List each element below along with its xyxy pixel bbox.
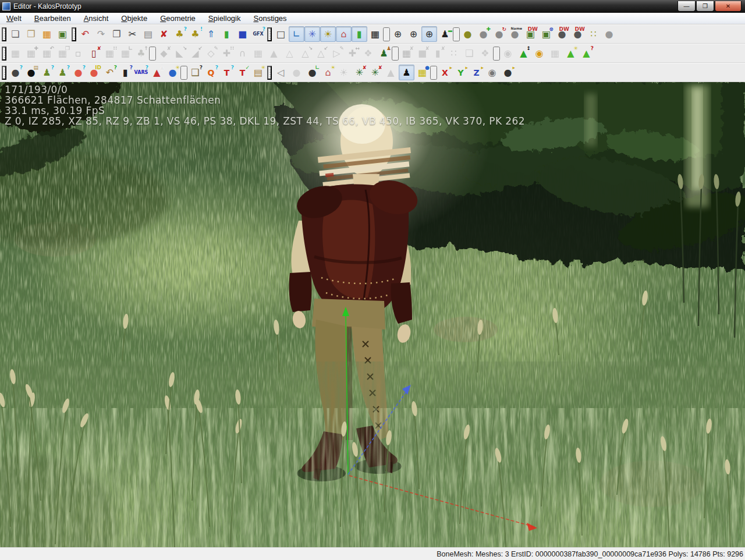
toolbar-button-walk-mode[interactable]: ♟ (399, 65, 414, 80)
toolbar-button-spread-arrows[interactable]: ✚↔ (345, 45, 360, 61)
toolbar-button-terrain-star[interactable]: ▲✳ (563, 45, 579, 61)
toolbar-button-load-entity-dw[interactable]: ●DW (554, 26, 570, 42)
close-button[interactable]: ✕ (715, 1, 742, 12)
minimize-button[interactable]: — (677, 1, 696, 12)
toolbar-button-raise-object[interactable]: ⇑ (203, 26, 219, 42)
toolbar-button-point-pairs[interactable]: ∷ (446, 45, 462, 61)
toolbar-button-player-start[interactable]: ♟▂ (437, 26, 453, 42)
toolbar-grip[interactable] (2, 27, 6, 41)
toolbar-button-star-shadow[interactable]: ☀ (336, 65, 352, 80)
toolbar-button-npc-question-b[interactable]: ♟? (55, 65, 70, 80)
toolbar-button-cut[interactable]: ✂ (125, 26, 140, 42)
toolbar-button-stamp-grid[interactable]: ▦ (547, 45, 563, 61)
toolbar-button-terrain-raise-lower[interactable]: ▲↕ (516, 45, 531, 61)
toolbar-button-show-houses[interactable]: ⌂ (336, 26, 352, 42)
toolbar-button-arch-tool[interactable]: ∩ (235, 45, 250, 61)
toolbar-button-face-delete[interactable]: ◆✘ (156, 45, 172, 61)
toolbar-button-sack-tool[interactable]: ❑ (462, 45, 477, 61)
toolbar-button-open-folder[interactable]: ❐ (23, 26, 39, 42)
toolbar-button-new-file[interactable]: ❏ (8, 26, 23, 42)
toolbar-button-show-grid[interactable]: ▦ (367, 26, 383, 42)
toolbar-button-face-outline[interactable]: ◇✎ (203, 45, 219, 61)
menu-item-sonstiges[interactable]: Sonstiges (247, 13, 293, 24)
toolbar-button-vars-question[interactable]: VARS? (133, 65, 149, 80)
toolbar-grip[interactable] (72, 27, 76, 41)
toolbar-button-face-shrink[interactable]: ◣↘ (172, 45, 187, 61)
toolbar-button-minimap[interactable]: ▦● (414, 65, 430, 80)
toolbar-button-tree-question[interactable]: ♣? (172, 26, 187, 42)
toolbar-button-copy[interactable]: ❐ (109, 26, 125, 42)
toolbar-button-face-move[interactable]: ✚∷ (219, 45, 235, 61)
toolbar-button-gfx-settings[interactable]: GFX? (250, 26, 266, 42)
toolbar-button-focus-camera[interactable]: ⊕ (421, 26, 437, 42)
toolbar-button-quest-tool[interactable]: Q? (203, 65, 219, 80)
toolbar-button-entity-name[interactable]: ●Name (507, 26, 523, 42)
toolbar-button-text-check[interactable]: T✓ (235, 65, 250, 80)
toolbar-button-checker-sphere[interactable]: ◉ (484, 65, 500, 80)
toolbar-button-show-lights[interactable]: ✳ (304, 26, 320, 42)
toolbar-button-journal[interactable]: ▤✳ (250, 65, 266, 80)
restore-button[interactable]: ❐ (696, 1, 714, 12)
toolbar-button-patch-select[interactable]: ▦ (8, 45, 23, 61)
toolbar-button-beacon-markers[interactable]: ▲▲ (149, 65, 165, 80)
toolbar-button-tri-split-a[interactable]: △↘ (297, 45, 313, 61)
toolbar-button-cone-edit[interactable]: ▷✎ (329, 45, 345, 61)
toolbar-button-balloon-question[interactable]: ●? (70, 65, 86, 80)
menu-item-welt[interactable]: Welt (0, 13, 28, 24)
toolbar-grip[interactable] (2, 66, 6, 80)
toolbar-button-focus-world[interactable]: ⊕ (390, 26, 406, 42)
menu-item-bearbeiten[interactable]: Bearbeiten (28, 13, 77, 24)
toolbar-button-npc-question-a[interactable]: ♟? (39, 65, 55, 80)
toolbar-button-show-axes[interactable]: ∟ (289, 26, 304, 42)
toolbar-button-camera-axis-x[interactable]: X▸ (437, 65, 453, 80)
toolbar-button-balloon-id[interactable]: ●ID (86, 65, 102, 80)
toolbar-button-undo[interactable]: ↶ (77, 26, 93, 42)
toolbar-grip[interactable] (267, 27, 272, 41)
toolbar-button-entity-photo[interactable]: ●▤ (23, 65, 39, 80)
menu-item-spiellogik[interactable]: Spiellogik (202, 13, 247, 24)
toolbar-button-reload-entity-dw[interactable]: ●DW (570, 26, 586, 42)
toolbar-button-save-entity-dw[interactable]: ▣DW (523, 26, 538, 42)
toolbar-button-mesh-sphere[interactable]: ◉ (500, 45, 516, 61)
toolbar-button-patch-add[interactable]: ▦✚ (23, 45, 39, 61)
toolbar-button-delete[interactable]: ✘ (156, 26, 172, 42)
menu-item-ansicht[interactable]: Ansicht (77, 13, 115, 24)
toolbar-button-portal-delete[interactable]: ▯✘ (86, 45, 102, 61)
toolbar-button-wireframe-cube[interactable]: □ (273, 26, 289, 42)
toolbar-button-patch-axes[interactable]: ▦∟ (118, 45, 133, 61)
viewport-3d-scene[interactable]: 171/193/0/0366621 Flächen, 284817 Schatt… (0, 82, 745, 547)
menu-item-objekte[interactable]: Objekte (115, 13, 154, 24)
toolbar-button-save-entity-x[interactable]: ▣⊗ (538, 26, 554, 42)
toolbar-button-sphere-faded[interactable]: ● (289, 65, 304, 80)
toolbar-button-hills-faded[interactable]: ▲ (383, 65, 399, 80)
toolbar-button-merge-shapes[interactable]: ❖ (360, 45, 376, 61)
toolbar-button-sphere-axes[interactable]: ●∟ (304, 65, 320, 80)
toolbar-button-move-entity[interactable]: ●✚ (476, 26, 491, 42)
toolbar-button-patch-single[interactable]: ▫ (70, 45, 86, 61)
toolbar-button-save[interactable]: ▣ (55, 26, 70, 42)
toolbar-grip[interactable] (2, 47, 6, 61)
toolbar-button-tree-exclamation[interactable]: ♣! (187, 26, 203, 42)
toolbar-button-panel-question[interactable]: ▮? (118, 65, 133, 80)
toolbar-button-house-light[interactable]: ⌂☀ (320, 65, 336, 80)
toolbar-button-vegetation-raise[interactable]: ♣↑ (133, 45, 149, 61)
toolbar-button-patch-copy[interactable]: ▦❐ (55, 45, 70, 61)
menu-item-geometrie[interactable]: Geometrie (154, 13, 202, 24)
toolbar-button-tri-outline[interactable]: △ (282, 45, 297, 61)
toolbar-button-terrain-question[interactable]: ▲? (579, 45, 594, 61)
toolbar-button-link-entities[interactable]: ∷ (586, 26, 601, 42)
toolbar-button-poly-sphere[interactable]: ◉ (531, 45, 547, 61)
toolbar-button-render-view[interactable]: ■ (235, 26, 250, 42)
toolbar-button-insect-delete-a[interactable]: ✳✘ (352, 65, 367, 80)
toolbar-button-cylinder-volume[interactable]: ▮✘ (430, 45, 446, 61)
toolbar-button-grid-volume[interactable]: ▦✘ (399, 45, 414, 61)
toolbar-button-grid-flatten[interactable]: ▦ (250, 45, 266, 61)
toolbar-button-lit-sphere[interactable]: ●▸ (500, 65, 516, 80)
toolbar-button-text-question[interactable]: T? (219, 65, 235, 80)
toolbar-button-tri-split-b[interactable]: △↙ (313, 45, 329, 61)
toolbar-button-link-question[interactable]: ↶? (102, 65, 118, 80)
toolbar-button-boat-question[interactable]: ❑? (187, 65, 203, 80)
toolbar-button-insect-delete-b[interactable]: ✳✘ (367, 65, 383, 80)
toolbar-grip[interactable] (267, 66, 272, 80)
toolbar-button-bake-lighting[interactable]: ● (460, 26, 476, 42)
